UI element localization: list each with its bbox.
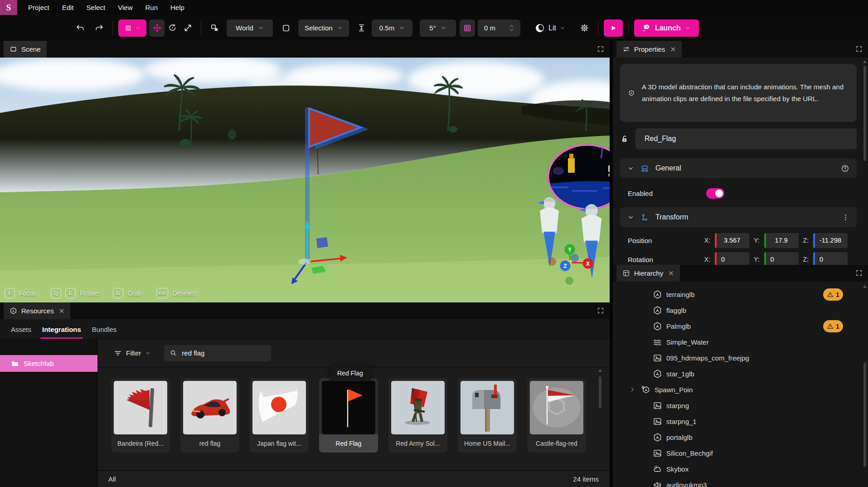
menu-help[interactable]: Help (164, 0, 191, 15)
tab-properties[interactable]: Properties ✕ (616, 41, 682, 58)
move-snap-dropdown[interactable]: 0.5m (372, 19, 412, 37)
hierarchy-item[interactable]: 095_hdrmaps_com_freejpg (613, 350, 868, 366)
rotate-snap-dropdown[interactable]: 5° (420, 19, 456, 37)
gizmo-mode-button[interactable] (118, 19, 146, 37)
transform-space-button[interactable] (207, 19, 222, 37)
hierarchy-item[interactable]: portalglb (613, 429, 868, 445)
tab-scene[interactable]: Scene (4, 41, 47, 58)
tab-hierarchy[interactable]: Hierarchy ✕ (616, 265, 680, 282)
menu-run[interactable]: Run (139, 0, 165, 15)
menu-select[interactable]: Select (80, 0, 112, 15)
warning-badge[interactable]: 1 (823, 288, 843, 301)
play-button[interactable] (604, 19, 623, 37)
grid-height-stepper[interactable]: 0 m (478, 19, 520, 37)
search-input[interactable]: red flag (164, 345, 271, 361)
footer-count: 24 items (573, 475, 599, 483)
hierarchy-item[interactable]: star_1glb (613, 366, 868, 382)
expand-icon[interactable] (855, 269, 863, 277)
sidebar-item-sketchfab[interactable]: Sketchfab (0, 355, 97, 372)
tab-bundles[interactable]: Bundles (92, 326, 116, 339)
menu-edit[interactable]: Edit (56, 0, 80, 15)
general-title: General (655, 164, 681, 172)
rotation-x-field[interactable]: 0 (715, 252, 749, 265)
hierarchy-item[interactable]: Simple_Water (613, 334, 868, 350)
entity-name-field[interactable]: Red_Flag (635, 128, 857, 149)
menu-project[interactable]: Project (22, 0, 56, 15)
shading-dropdown[interactable]: Lit (532, 19, 568, 37)
rotation-z-field[interactable]: 0 (813, 252, 848, 265)
move-snap-icon-button[interactable] (354, 19, 369, 37)
hierarchy-panel: Hierarchy ✕ terrainglb 1 flagglb (613, 265, 868, 487)
hierarchy-item[interactable]: flagglb (613, 302, 868, 318)
position-x-field[interactable]: 3.567 (715, 233, 749, 248)
app-logo[interactable]: S (0, 0, 17, 15)
hierarchy-item[interactable]: Palmglb 1 (613, 318, 868, 334)
space-dropdown[interactable]: World (227, 19, 273, 37)
hierarchy-item[interactable]: terrainglb 1 (613, 287, 868, 302)
expand-icon[interactable] (855, 45, 863, 53)
chevron-right-icon[interactable] (629, 386, 635, 393)
chevron-down-icon[interactable] (627, 214, 634, 221)
hierarchy-scrollbar[interactable] (863, 290, 867, 485)
hierarchy-scroll-up[interactable] (863, 285, 867, 288)
warning-badge[interactable]: 1 (823, 320, 843, 332)
scene-render: Y X Z (0, 58, 610, 302)
result-card[interactable]: Japan flag wit... (250, 378, 309, 453)
menu-view[interactable]: View (112, 0, 139, 15)
chevron-down-icon (685, 25, 691, 31)
hierarchy-item[interactable]: Silicon_Bechgif (613, 445, 868, 461)
stepper-down-icon[interactable] (509, 29, 514, 32)
unlock-icon[interactable] (620, 134, 629, 143)
tab-resources[interactable]: Resources ✕ (4, 302, 70, 319)
close-icon[interactable]: ✕ (59, 307, 65, 315)
grid-scroll-up[interactable] (598, 369, 602, 372)
kebab-menu-icon[interactable] (842, 214, 849, 221)
expand-icon[interactable] (597, 307, 604, 314)
redo-button[interactable] (92, 19, 107, 37)
pivot-button[interactable] (278, 19, 294, 37)
footer-scope[interactable]: All (108, 475, 116, 483)
properties-scroll-up[interactable] (863, 60, 867, 63)
launch-button[interactable]: Launch (634, 19, 699, 37)
close-icon[interactable]: ✕ (670, 45, 676, 54)
scale-tool-button[interactable] (180, 19, 195, 37)
result-card-selected[interactable]: Red Flag (319, 378, 378, 453)
result-card[interactable]: red flag (180, 378, 239, 453)
filter-dropdown[interactable]: Filter (114, 349, 150, 357)
chevron-down-icon[interactable] (627, 165, 634, 172)
grid-toggle-button[interactable] (460, 19, 475, 37)
move-tool-button[interactable] (149, 19, 165, 37)
undo-button[interactable] (73, 19, 88, 37)
section-general[interactable]: General (620, 158, 857, 178)
hierarchy-item-parent[interactable]: Spawn_Poin (613, 382, 868, 398)
result-card[interactable]: Bandeira (Red... (111, 378, 170, 453)
hierarchy-item[interactable]: Skybox (613, 461, 868, 477)
expand-icon[interactable] (597, 45, 604, 53)
scene-3d-view[interactable]: Y X Z F Focus Q E Rotate G Grab Esc Dese… (0, 58, 610, 302)
rotation-y-field[interactable]: 0 (764, 252, 799, 265)
properties-scrollbar[interactable] (863, 65, 867, 261)
grid-scrollbar[interactable] (598, 374, 602, 469)
hierarchy-item[interactable]: starpng (613, 398, 868, 414)
pivot-mode-dropdown[interactable]: Selection (298, 19, 349, 37)
enabled-toggle[interactable] (706, 188, 724, 199)
settings-button[interactable] (577, 19, 592, 37)
rotate-tool-button[interactable] (165, 19, 180, 37)
hierarchy-item[interactable]: audiovukmp3 (613, 477, 868, 487)
result-card[interactable]: Red Army Sol... (388, 378, 447, 453)
close-icon[interactable]: ✕ (668, 269, 674, 278)
stepper-up-icon[interactable] (509, 24, 514, 28)
tab-assets[interactable]: Assets (11, 326, 31, 339)
thumb-red-flag-selected (322, 381, 375, 434)
grid-2x2-icon (125, 24, 132, 33)
position-z-field[interactable]: -11.298 (813, 233, 848, 248)
move-snap-value: 0.5m (379, 24, 394, 32)
help-icon[interactable] (841, 164, 849, 173)
result-card[interactable]: Castle-flag-red (527, 378, 586, 453)
position-y-field[interactable]: 17.9 (764, 233, 799, 248)
result-card[interactable]: Home US Mail... (458, 378, 517, 453)
tab-integrations[interactable]: Integrations (42, 326, 81, 339)
hierarchy-icon (622, 269, 630, 277)
hierarchy-item[interactable]: starpng_1 (613, 414, 868, 429)
section-transform[interactable]: Transform (620, 207, 857, 227)
